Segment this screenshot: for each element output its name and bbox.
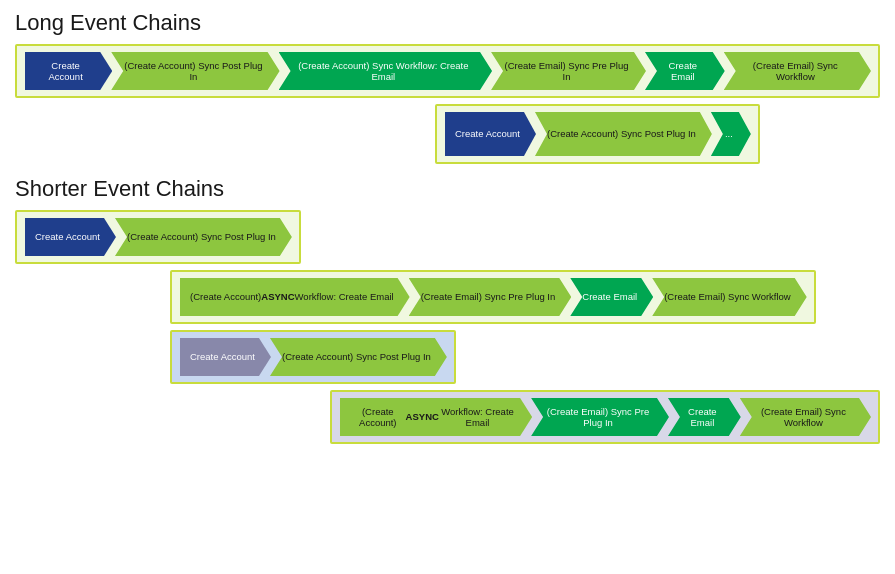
shorter-chain-4: (Create Account) ASYNC Workflow: Create … bbox=[340, 398, 870, 436]
arrow-s-email-sync-4: (Create Email) Sync Workflow bbox=[740, 398, 871, 436]
shorter-chain-box-1: Create Account (Create Account) Sync Pos… bbox=[15, 210, 301, 264]
shorter-chain-1: Create Account (Create Account) Sync Pos… bbox=[25, 218, 291, 256]
arrow-s-email-sync-2: (Create Email) Sync Workflow bbox=[652, 278, 807, 316]
shorter-chain-2: (Create Account) ASYNC Workflow: Create … bbox=[180, 278, 806, 316]
arrow-create-email-1: Create Email bbox=[645, 52, 725, 90]
arrow-s-sync-post-1: (Create Account) Sync Post Plug In bbox=[115, 218, 292, 256]
shorter-row4: (Create Account) ASYNC Workflow: Create … bbox=[330, 390, 880, 444]
page-container: Long Event Chains Create Account (Create… bbox=[0, 0, 895, 574]
long-chain-box-1: Create Account (Create Account) Sync Pos… bbox=[15, 44, 880, 98]
arrow-s-async-4: (Create Account) ASYNC Workflow: Create … bbox=[340, 398, 532, 436]
arrow-s-sync-post-3: (Create Account) Sync Post Plug In bbox=[270, 338, 447, 376]
arrow-create-account-1: Create Account bbox=[25, 52, 112, 90]
long-title: Long Event Chains bbox=[15, 10, 880, 36]
arrow-s-create-account-1: Create Account bbox=[25, 218, 116, 256]
shorter-row1: Create Account (Create Account) Sync Pos… bbox=[15, 210, 880, 264]
long-row2: Create Account (Create Account) Sync Pos… bbox=[435, 104, 880, 164]
long-row1: Create Account (Create Account) Sync Pos… bbox=[15, 44, 880, 98]
arrow-sync-post-2: (Create Account) Sync Post Plug In bbox=[535, 112, 712, 156]
shorter-chain-3: Create Account (Create Account) Sync Pos… bbox=[180, 338, 446, 376]
arrow-s-create-email-2: Create Email bbox=[570, 278, 653, 316]
arrow-ellipsis-2: ... bbox=[711, 112, 751, 156]
shorter-title: Shorter Event Chains bbox=[15, 176, 880, 202]
shorter-row2: (Create Account) ASYNC Workflow: Create … bbox=[170, 270, 880, 324]
shorter-row3: Create Account (Create Account) Sync Pos… bbox=[170, 330, 880, 384]
arrow-s-create-email-4: Create Email bbox=[668, 398, 741, 436]
arrow-s-email-pre-2: (Create Email) Sync Pre Plug In bbox=[409, 278, 572, 316]
long-chain-1: Create Account (Create Account) Sync Pos… bbox=[25, 52, 870, 90]
arrow-s-async-1: (Create Account) ASYNC Workflow: Create … bbox=[180, 278, 410, 316]
section-shorter: Shorter Event Chains Create Account (Cre… bbox=[15, 176, 880, 444]
shorter-chain-box-3: Create Account (Create Account) Sync Pos… bbox=[170, 330, 456, 384]
arrow-sync-workflow-1: (Create Account) Sync Workflow: Create E… bbox=[279, 52, 492, 90]
arrow-sync-post-1: (Create Account) Sync Post Plug In bbox=[111, 52, 279, 90]
arrow-s-email-pre-4: (Create Email) Sync Pre Plug In bbox=[531, 398, 669, 436]
arrow-email-sync-1: (Create Email) Sync Workflow bbox=[724, 52, 871, 90]
shorter-chain-box-4: (Create Account) ASYNC Workflow: Create … bbox=[330, 390, 880, 444]
arrow-email-pre-1: (Create Email) Sync Pre Plug In bbox=[491, 52, 646, 90]
section-long: Long Event Chains Create Account (Create… bbox=[15, 10, 880, 164]
arrow-create-account-2: Create Account bbox=[445, 112, 536, 156]
long-chain-2: Create Account (Create Account) Sync Pos… bbox=[445, 112, 750, 156]
shorter-chain-box-2: (Create Account) ASYNC Workflow: Create … bbox=[170, 270, 816, 324]
long-chain-box-2: Create Account (Create Account) Sync Pos… bbox=[435, 104, 760, 164]
arrow-s-create-account-3: Create Account bbox=[180, 338, 271, 376]
